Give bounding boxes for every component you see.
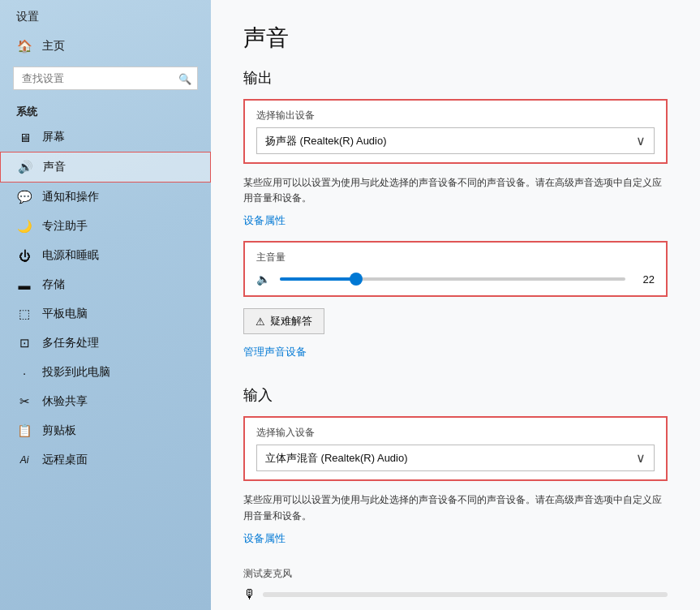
warning-icon: ⚠ [256,316,265,328]
mic-test-section: 测试麦克风 🎙 [243,567,668,602]
manage-devices-link[interactable]: 管理声音设备 [243,345,307,359]
project-icon: · [16,366,32,380]
storage-label: 存储 [42,277,65,292]
sidebar-item-power[interactable]: ⏻ 电源和睡眠 [0,241,211,270]
share-icon: ✂ [16,394,32,409]
notifications-icon: 💬 [16,190,32,204]
sidebar-item-tablet[interactable]: ⬚ 平板电脑 [0,299,211,329]
slider-fill [280,277,356,281]
output-description: 某些应用可以以设置为使用与此处选择的声音设备不同的声音设备。请在高级声音选项中自… [243,175,668,206]
share-label: 休验共享 [42,394,88,409]
sidebar-item-share[interactable]: ✂ 休验共享 [0,387,211,416]
app-title: 设置 [0,0,211,31]
sidebar-item-storage[interactable]: ▬ 存储 [0,270,211,299]
sidebar: 设置 🏠 主页 🔍 系统 🖥 屏幕 🔊 声音 💬 通知和操作 🌙 专注助手 ⏻ … [0,0,211,610]
slider-track [280,277,625,281]
notifications-label: 通知和操作 [42,190,99,204]
chevron-down-icon-2: ∨ [636,450,646,466]
sound-label: 声音 [43,160,66,174]
output-device-select[interactable]: 扬声器 (Realtek(R) Audio) ∨ [256,127,655,154]
page-title: 声音 [243,23,668,54]
input-description: 某些应用可以以设置为使用与此处选择的声音设备不同的声音设备。请在高级声音选项中自… [243,492,668,523]
chevron-down-icon: ∨ [636,133,646,148]
output-section-title: 输出 [243,68,668,88]
volume-value: 22 [635,273,655,286]
output-device-value: 扬声器 (Realtek(R) Audio) [265,134,387,148]
display-label: 屏幕 [42,130,65,144]
clipboard-label: 剪贴板 [42,423,76,438]
input-device-section: 选择输入设备 立体声混音 (Realtek(R) Audio) ∨ [243,416,668,481]
sidebar-item-project[interactable]: · 投影到此电脑 [0,358,211,387]
multitask-label: 多任务处理 [42,336,99,350]
power-label: 电源和睡眠 [42,248,99,263]
remote-label: 远程桌面 [42,453,88,467]
volume-slider[interactable] [280,271,625,287]
sidebar-item-focus[interactable]: 🌙 专注助手 [0,212,211,241]
search-box: 🔍 [13,67,198,90]
tablet-label: 平板电脑 [42,307,88,321]
input-device-value: 立体声混音 (Realtek(R) Audio) [265,451,408,466]
troubleshoot-button[interactable]: ⚠ 疑难解答 [243,308,324,334]
microphone-icon: 🎙 [243,587,256,602]
remote-icon: Ai [16,454,32,466]
sidebar-item-clipboard[interactable]: 📋 剪贴板 [0,416,211,445]
mic-level-bar [263,592,668,597]
clipboard-icon: 📋 [16,423,32,438]
focus-label: 专注助手 [42,219,88,234]
volume-low-icon: 🔈 [256,273,270,286]
focus-icon: 🌙 [16,219,32,234]
search-input[interactable] [13,67,198,90]
input-device-label: 选择输入设备 [256,426,655,440]
tablet-icon: ⬚ [16,307,32,321]
display-icon: 🖥 [16,131,32,144]
sidebar-item-home[interactable]: 🏠 主页 [0,31,211,62]
home-icon: 🏠 [16,39,32,54]
main-content: 声音 输出 选择输出设备 扬声器 (Realtek(R) Audio) ∨ 某些… [211,0,700,610]
multitask-icon: ⊡ [16,336,32,350]
troubleshoot-label: 疑难解答 [270,314,312,329]
sidebar-item-display[interactable]: 🖥 屏幕 [0,122,211,152]
slider-thumb[interactable] [350,273,363,286]
mic-icon-row: 🎙 [243,587,668,602]
project-label: 投影到此电脑 [42,365,110,380]
search-icon: 🔍 [178,72,191,84]
mic-test-label: 测试麦克风 [243,567,668,581]
power-icon: ⏻ [16,249,32,263]
sidebar-item-remote[interactable]: Ai 远程桌面 [0,445,211,475]
output-device-label: 选择输出设备 [256,109,655,122]
storage-icon: ▬ [16,278,32,292]
home-label: 主页 [42,39,65,54]
volume-section: 主音量 🔈 22 [243,241,668,297]
sidebar-item-notifications[interactable]: 💬 通知和操作 [0,183,211,212]
volume-row: 🔈 22 [256,271,655,287]
volume-label: 主音量 [256,251,655,264]
sound-icon: 🔊 [17,160,33,174]
output-device-section: 选择输出设备 扬声器 (Realtek(R) Audio) ∨ [243,99,668,164]
input-device-select[interactable]: 立体声混音 (Realtek(R) Audio) ∨ [256,445,655,471]
output-device-properties-link[interactable]: 设备属性 [243,213,286,228]
sidebar-item-sound[interactable]: 🔊 声音 [0,152,211,183]
sidebar-item-multitask[interactable]: ⊡ 多任务处理 [0,329,211,358]
system-section-label: 系统 [0,100,211,122]
input-section-title: 输入 [243,385,668,405]
input-device-properties-link[interactable]: 设备属性 [243,531,286,546]
